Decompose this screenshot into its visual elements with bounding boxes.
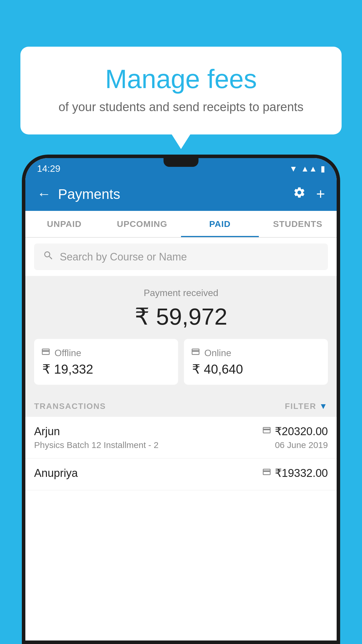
- tabs: UNPAID UPCOMING PAID STUDENTS: [25, 211, 337, 238]
- tab-upcoming[interactable]: UPCOMING: [103, 211, 181, 237]
- search-placeholder: Search by Course or Name: [60, 251, 187, 263]
- back-button[interactable]: ←: [37, 187, 51, 201]
- phone-screen: 14:29 ▼ ▲▲ ▮ ← Payments: [25, 158, 337, 640]
- speech-bubble-subtitle: of your students and send receipts to pa…: [32, 100, 330, 114]
- speech-bubble-title: Manage fees: [32, 64, 330, 94]
- filter-label: FILTER: [285, 402, 316, 411]
- online-payment-icon: [262, 426, 271, 437]
- search-box[interactable]: Search by Course or Name: [34, 244, 328, 270]
- filter-icon: ▼: [319, 402, 328, 411]
- filter-button[interactable]: FILTER ▼: [285, 402, 328, 411]
- add-icon[interactable]: +: [316, 185, 325, 203]
- transaction-date: 06 June 2019: [275, 440, 328, 450]
- offline-payment-icon: [262, 467, 271, 479]
- transaction-detail: Physics Batch 12 Installment - 2: [34, 440, 159, 450]
- offline-label: Offline: [55, 348, 81, 358]
- wifi-icon: ▼: [289, 164, 298, 174]
- transactions-label: TRANSACTIONS: [34, 402, 106, 411]
- transaction-amount: ₹20320.00: [275, 425, 328, 438]
- transaction-amount: ₹19332.00: [275, 467, 328, 480]
- offline-icon: [41, 347, 50, 359]
- payment-cards: Offline ₹ 19,332 Online: [34, 339, 328, 385]
- settings-icon[interactable]: [293, 186, 306, 202]
- app-bar-title: Payments: [58, 186, 120, 202]
- offline-amount: ₹ 19,332: [41, 362, 93, 377]
- online-card-header: Online: [191, 347, 231, 359]
- payment-summary: Payment received ₹ 59,972 Offline ₹ 1: [25, 276, 337, 393]
- transaction-amount-container: ₹19332.00: [262, 467, 328, 480]
- signal-icon: ▲▲: [301, 164, 317, 174]
- search-icon: [43, 250, 54, 264]
- table-row[interactable]: Arjun ₹20320.00 Physics Batch 12 Install…: [25, 417, 337, 459]
- phone-notch: [164, 158, 198, 167]
- transactions-header: TRANSACTIONS FILTER ▼: [25, 393, 337, 417]
- speech-bubble: Manage fees of your students and send re…: [20, 47, 342, 134]
- transaction-row-1: Arjun ₹20320.00: [34, 425, 328, 438]
- payment-total: ₹ 59,972: [34, 303, 328, 330]
- tab-unpaid[interactable]: UNPAID: [25, 211, 103, 237]
- online-amount: ₹ 40,640: [191, 362, 243, 377]
- app-bar-left: ← Payments: [37, 186, 120, 202]
- battery-icon: ▮: [321, 164, 325, 174]
- tab-students[interactable]: STUDENTS: [259, 211, 337, 237]
- online-card: Online ₹ 40,640: [184, 339, 328, 385]
- phone-frame: 14:29 ▼ ▲▲ ▮ ← Payments: [22, 155, 340, 644]
- offline-card-header: Offline: [41, 347, 81, 359]
- app-bar: ← Payments +: [25, 177, 337, 211]
- status-time: 14:29: [37, 163, 60, 174]
- search-container: Search by Course or Name: [25, 238, 337, 276]
- transaction-name: Anupriya: [34, 467, 78, 480]
- online-icon: [191, 347, 200, 359]
- page-background: Manage fees of your students and send re…: [0, 0, 362, 644]
- transaction-name: Arjun: [34, 425, 60, 438]
- status-icons: ▼ ▲▲ ▮: [289, 164, 325, 174]
- online-label: Online: [204, 348, 231, 358]
- transaction-row-1: Anupriya ₹19332.00: [34, 467, 328, 480]
- transaction-list: Arjun ₹20320.00 Physics Batch 12 Install…: [25, 417, 337, 640]
- transaction-amount-container: ₹20320.00: [262, 425, 328, 438]
- offline-card: Offline ₹ 19,332: [34, 339, 178, 385]
- transaction-row-2: Physics Batch 12 Installment - 2 06 June…: [34, 440, 328, 450]
- app-bar-right: +: [293, 185, 325, 203]
- payment-received-label: Payment received: [34, 288, 328, 298]
- table-row[interactable]: Anupriya ₹19332.00: [25, 459, 337, 490]
- tab-paid[interactable]: PAID: [181, 211, 259, 237]
